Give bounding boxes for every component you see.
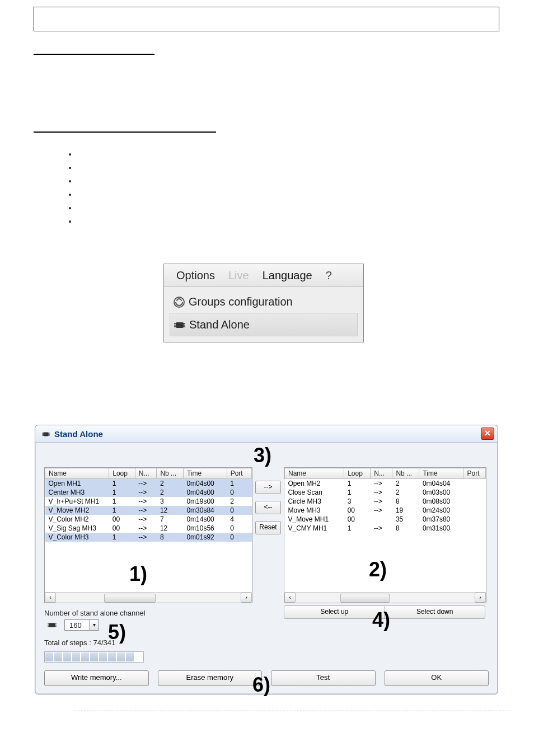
channels-value: 160 <box>68 621 82 630</box>
menu-item-label: Stand Alone <box>189 318 250 331</box>
cell-n <box>371 515 392 524</box>
erase-memory-button[interactable]: Erase memory <box>158 670 263 686</box>
cell-nb: 2 <box>157 488 184 497</box>
cell-loop: 1 <box>109 488 135 497</box>
close-button[interactable]: ✕ <box>481 428 494 440</box>
table-row[interactable]: V_CMY MH11-->80m31s00 <box>285 524 486 533</box>
options-menu-panel: Options Live Language ? Groups configura… <box>163 264 364 342</box>
col-n[interactable]: N... <box>135 468 157 479</box>
menu-help[interactable]: ? <box>319 264 339 287</box>
channels-combo[interactable]: 160 ▾ <box>64 619 99 631</box>
scroll-left-icon[interactable]: ‹ <box>284 593 296 603</box>
cell-time: 0m10s56 <box>183 524 227 533</box>
col-nb[interactable]: Nb ... <box>392 468 419 479</box>
col-time[interactable]: Time <box>419 468 463 479</box>
col-time[interactable]: Time <box>183 468 227 479</box>
col-port[interactable]: Port <box>463 468 486 479</box>
footer-dotted-line <box>73 711 509 711</box>
cell-time: 0m37s80 <box>419 515 463 524</box>
stand-alone-window: Stand Alone ✕ Name Loop N... Nb ... <box>35 425 498 694</box>
col-loop[interactable]: Loop <box>109 468 135 479</box>
table-row[interactable]: V_Color MH31-->80m01s920 <box>45 533 252 542</box>
scroll-right-icon[interactable]: › <box>241 593 252 603</box>
left-scrollbar[interactable]: ‹ › <box>45 592 252 603</box>
table-row[interactable]: Open MH21-->20m04s04 <box>285 479 486 489</box>
ok-button[interactable]: OK <box>385 670 489 686</box>
cell-n: --> <box>135 479 157 489</box>
col-name[interactable]: Name <box>285 468 344 479</box>
chevron-down-icon[interactable]: ▾ <box>89 620 99 630</box>
select-down-button[interactable]: Select down <box>385 605 486 619</box>
annotation-3: 3) <box>254 444 271 467</box>
col-name[interactable]: Name <box>45 468 109 479</box>
scroll-left-icon[interactable]: ‹ <box>45 593 56 603</box>
write-memory-button[interactable]: Write memory... <box>44 670 149 686</box>
select-up-button[interactable]: Select up <box>284 605 385 619</box>
cell-n: --> <box>135 506 157 515</box>
cell-port: 2 <box>227 497 251 506</box>
chip-icon <box>170 317 189 332</box>
left-scene-table[interactable]: Name Loop N... Nb ... Time Port Open MH1… <box>44 467 252 603</box>
svg-rect-15 <box>49 623 55 627</box>
table-row[interactable]: V_Ir+Pu+St MH11-->30m19s002 <box>45 497 252 506</box>
table-row[interactable]: Move MH300-->190m24s00 <box>285 506 486 515</box>
cell-n: --> <box>371 488 392 497</box>
cell-n: --> <box>135 488 157 497</box>
menu-bar: Options Live Language ? <box>164 264 363 287</box>
table-row[interactable]: Close Scan1-->20m03s00 <box>285 488 486 497</box>
table-row[interactable]: V_Color MH200-->70m14s004 <box>45 515 252 524</box>
scroll-right-icon[interactable]: › <box>475 593 486 603</box>
cell-loop: 00 <box>344 515 371 524</box>
underline-1 <box>34 54 154 55</box>
cell-nb: 3 <box>157 497 184 506</box>
menu-item-groups-config[interactable]: Groups configuration <box>170 290 358 313</box>
cell-port: 0 <box>227 533 251 542</box>
cell-port: 0 <box>227 524 251 533</box>
menu-language[interactable]: Language <box>256 264 319 287</box>
chip-icon <box>41 428 51 439</box>
scroll-track[interactable] <box>57 594 240 602</box>
move-right-button[interactable]: --> <box>255 481 281 494</box>
table-row[interactable]: V_Move MH100350m37s80 <box>285 515 486 524</box>
reset-button[interactable]: Reset <box>255 521 281 534</box>
cell-name: V_Color MH2 <box>45 515 109 524</box>
cell-loop: 1 <box>109 506 135 515</box>
col-port[interactable]: Port <box>227 468 251 479</box>
table-row[interactable]: V_Sig Sag MH300-->120m10s560 <box>45 524 252 533</box>
cell-time: 0m08s00 <box>419 497 463 506</box>
cell-nb: 12 <box>157 506 184 515</box>
cell-name: Move MH3 <box>285 506 344 515</box>
move-left-button[interactable]: <-- <box>255 501 281 514</box>
cell-loop: 00 <box>109 524 135 533</box>
col-nb[interactable]: Nb ... <box>157 468 184 479</box>
menu-live[interactable]: Live <box>222 264 256 287</box>
cell-n: --> <box>135 533 157 542</box>
table-row[interactable]: Open MH11-->20m04s001 <box>45 479 252 489</box>
table-row[interactable]: V_Move MH21-->120m30s840 <box>45 506 252 515</box>
scroll-thumb[interactable] <box>104 594 156 603</box>
menu-options[interactable]: Options <box>170 264 222 287</box>
titlebar: Stand Alone ✕ <box>35 425 498 443</box>
underline-2 <box>34 132 216 133</box>
right-scene-table[interactable]: Name Loop N... Nb ... Time Port Open MH2… <box>284 467 486 603</box>
cell-port <box>463 515 486 524</box>
col-n[interactable]: N... <box>371 468 392 479</box>
cell-n: --> <box>371 506 392 515</box>
scroll-track[interactable] <box>297 594 474 602</box>
cell-port: 0 <box>227 506 251 515</box>
cell-name: V_CMY MH1 <box>285 524 344 533</box>
menu-item-stand-alone[interactable]: Stand Alone <box>170 313 358 336</box>
right-scrollbar[interactable]: ‹ › <box>284 592 486 603</box>
test-button[interactable]: Test <box>271 670 376 686</box>
cell-nb: 8 <box>392 497 419 506</box>
cell-loop: 1 <box>344 488 371 497</box>
table-row[interactable]: Circle MH33-->80m08s00 <box>285 497 486 506</box>
table-row[interactable]: Center MH31-->20m04s000 <box>45 488 252 497</box>
scroll-thumb[interactable] <box>340 594 390 603</box>
bullet-list <box>43 149 77 230</box>
col-loop[interactable]: Loop <box>344 468 371 479</box>
cell-port <box>463 497 486 506</box>
cell-name: V_Color MH3 <box>45 533 109 542</box>
cell-name: Open MH2 <box>285 479 344 489</box>
chip-icon <box>44 619 60 631</box>
